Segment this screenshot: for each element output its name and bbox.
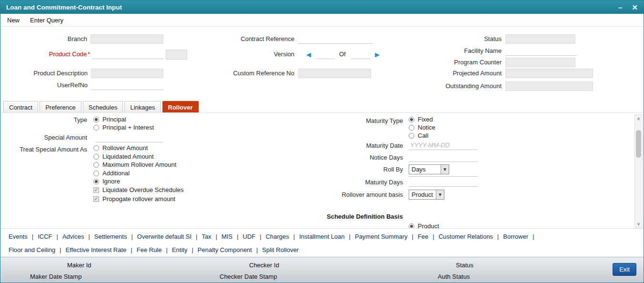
roll-by-select[interactable]: Days ▼ [409, 164, 449, 174]
radio-liquidated-amount[interactable]: Liquidated Amount [93, 153, 154, 160]
chevron-down-icon[interactable]: ▼ [441, 165, 449, 174]
status-footer-label: Status [456, 262, 473, 269]
minimize-icon[interactable]: – [618, 4, 622, 11]
schedule-definition-basis-heading: Schedule Definition Basis [327, 213, 403, 220]
menu-enter-query[interactable]: Enter Query [30, 17, 63, 24]
link-customer-relations[interactable]: Customer Relations [434, 233, 497, 240]
close-icon[interactable]: ✕ [632, 4, 638, 11]
link-penalty-component[interactable]: Penalty Component [193, 246, 256, 253]
roll-by-field-area: Days ▼ [409, 164, 478, 177]
link-effective-interest-rate[interactable]: Effective Interest Rate [61, 246, 131, 253]
link-split-rollover[interactable]: Split Rollover [258, 246, 303, 253]
radio-icon [93, 171, 99, 176]
contract-reference-label: Contract Reference [220, 35, 294, 43]
radio-icon [93, 179, 99, 184]
radio-icon [409, 125, 414, 131]
link-advices[interactable]: Advices [58, 233, 89, 240]
type-label: Type [40, 116, 87, 124]
treat-special-amount-label: Treat Special Amount As [6, 146, 87, 153]
facility-name-label: Facility Name [443, 47, 502, 55]
maturity-date-field[interactable] [409, 141, 478, 150]
link-payment-summary[interactable]: Payment Summary [351, 233, 412, 240]
radio-notice[interactable]: Notice [409, 124, 435, 131]
action-links-row-1: Events| ICCF| Advices| Settlements| Over… [4, 230, 644, 243]
checkbox-propogate-rollover-amount[interactable]: ✓ Propogate rollover amount [93, 195, 175, 202]
checkmark-icon: ✓ [93, 196, 99, 202]
required-asterisk: * [88, 51, 90, 58]
product-code-field[interactable] [92, 50, 163, 59]
tab-preference[interactable]: Preference [40, 101, 81, 113]
link-floor-and-ceiling[interactable]: Floor and Ceiling [4, 246, 60, 253]
version-next-icon[interactable]: ▶ [375, 51, 380, 59]
rollover-tab-panel: Type Principal Principal + Interest Spec… [0, 113, 634, 228]
link-charges[interactable]: Charges [262, 233, 293, 240]
vertical-scrollbar[interactable]: ∧ ∨ [634, 114, 643, 228]
version-prev-icon[interactable]: ◀ [306, 51, 311, 59]
custom-reference-label: Custom Reference No [220, 70, 294, 77]
notice-days-field[interactable] [409, 152, 478, 162]
radio-ignore[interactable]: Ignore [93, 178, 120, 185]
radio-call[interactable]: Call [409, 132, 428, 139]
radio-icon [409, 117, 414, 122]
special-amount-label: Special Amount [16, 134, 87, 142]
link-udf[interactable]: UDF [239, 233, 260, 240]
link-overwrite-default-si[interactable]: Overwrite default SI [133, 233, 196, 240]
link-entity[interactable]: Entity [168, 246, 192, 253]
tab-contract[interactable]: Contract [3, 101, 38, 113]
checkbox-liquidate-overdue-schedules[interactable]: ✓ Liquidate Overdue Schedules [93, 186, 184, 193]
radio-principal-interest[interactable]: Principal + Interest [93, 124, 154, 131]
scrollbar-thumb[interactable] [636, 130, 641, 158]
notice-days-label: Notice Days [341, 154, 403, 162]
radio-icon [93, 145, 99, 151]
radio-maximum-rollover-amount[interactable]: Maximum Rollover Amount [93, 161, 176, 168]
scroll-down-icon[interactable]: ∨ [635, 220, 642, 228]
product-code-lov-button[interactable] [166, 50, 187, 60]
version-total-field[interactable] [351, 50, 370, 59]
title-bar: Loan and Commitment-Contract Input – ✕ [0, 0, 644, 14]
tab-linkages[interactable]: Linkages [124, 101, 161, 113]
link-installment-loan[interactable]: Installment Loan [295, 233, 349, 240]
custom-reference-field [298, 69, 371, 78]
action-links-panel: Events| ICCF| Advices| Settlements| Over… [0, 228, 644, 258]
userrefno-field[interactable] [91, 81, 163, 90]
outstanding-amount-field [505, 81, 593, 91]
radio-additional[interactable]: Additional [93, 170, 130, 177]
status-label: Status [443, 35, 502, 43]
scroll-up-icon[interactable]: ∧ [635, 115, 642, 122]
tab-schedules[interactable]: Schedules [83, 101, 123, 113]
radio-schedule-basis-product[interactable]: Product [409, 222, 439, 228]
link-events[interactable]: Events [4, 233, 32, 240]
maturity-date-label: Maturity Date [341, 142, 403, 150]
maturity-days-field[interactable] [409, 177, 478, 187]
link-settlements[interactable]: Settlements [90, 233, 131, 240]
exit-button[interactable]: Exit [613, 263, 636, 276]
tab-rollover[interactable]: Rollover [162, 101, 199, 113]
radio-icon [93, 154, 99, 160]
radio-icon [409, 223, 414, 229]
version-current-field[interactable] [316, 50, 335, 59]
program-counter-field [505, 58, 575, 67]
special-amount-field[interactable] [96, 133, 163, 142]
branch-label: Branch [15, 35, 87, 43]
product-code-label: Product Code* [15, 51, 90, 58]
radio-icon [93, 117, 99, 122]
version-label: Version [239, 51, 294, 58]
radio-fixed[interactable]: Fixed [409, 116, 433, 123]
rollover-amount-basis-label: Rollover amount basis [308, 191, 403, 199]
chevron-down-icon[interactable]: ▼ [436, 190, 444, 199]
link-borrower[interactable]: Borrower [499, 233, 533, 240]
contract-reference-field[interactable] [298, 34, 372, 44]
facility-name-field[interactable] [505, 46, 577, 56]
outstanding-amount-label: Outstanding Amount [443, 82, 502, 90]
link-fee-rule[interactable]: Fee Rule [132, 246, 166, 253]
rollover-amount-basis-select[interactable]: Product ▼ [409, 190, 444, 200]
radio-principal[interactable]: Principal [93, 116, 126, 123]
link-tax[interactable]: Tax [197, 233, 215, 240]
radio-rollover-amount[interactable]: Rollover Amount [93, 144, 148, 152]
menu-new[interactable]: New [7, 17, 20, 24]
link-mis[interactable]: MIS [217, 233, 237, 240]
link-iccf[interactable]: ICCF [33, 233, 56, 240]
link-fee[interactable]: Fee [413, 233, 433, 240]
checker-date-stamp-label: Checker Date Stamp [220, 273, 277, 280]
program-counter-label: Program Counter [443, 59, 502, 66]
